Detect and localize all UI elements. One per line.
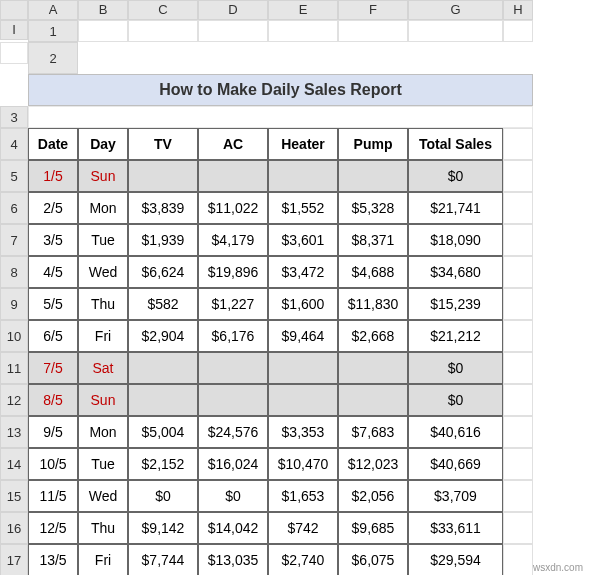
cell-blank[interactable] xyxy=(503,416,533,448)
row-header-9[interactable]: 9 xyxy=(0,288,28,320)
cell-blank[interactable] xyxy=(408,20,503,42)
report-title[interactable]: How to Make Daily Sales Report xyxy=(28,74,533,106)
td-pump[interactable] xyxy=(338,160,408,192)
td-ac[interactable]: $11,022 xyxy=(198,192,268,224)
td-total[interactable]: $21,212 xyxy=(408,320,503,352)
cell-blank[interactable] xyxy=(503,160,533,192)
row-header-11[interactable]: 11 xyxy=(0,352,28,384)
row-header-16[interactable]: 16 xyxy=(0,512,28,544)
td-date[interactable]: 8/5 xyxy=(28,384,78,416)
cell-blank[interactable] xyxy=(503,352,533,384)
td-tv[interactable]: $1,939 xyxy=(128,224,198,256)
td-ac[interactable] xyxy=(198,160,268,192)
th-pump[interactable]: Pump xyxy=(338,128,408,160)
blank-row[interactable] xyxy=(28,106,533,128)
td-total[interactable]: $0 xyxy=(408,352,503,384)
td-total[interactable]: $3,709 xyxy=(408,480,503,512)
td-total[interactable]: $33,611 xyxy=(408,512,503,544)
cell-blank[interactable] xyxy=(268,20,338,42)
row-header-5[interactable]: 5 xyxy=(0,160,28,192)
td-tv[interactable]: $9,142 xyxy=(128,512,198,544)
cell-blank[interactable] xyxy=(503,448,533,480)
cell-blank[interactable] xyxy=(503,224,533,256)
td-pump[interactable]: $8,371 xyxy=(338,224,408,256)
cell-blank[interactable] xyxy=(338,20,408,42)
td-total[interactable]: $18,090 xyxy=(408,224,503,256)
td-date[interactable]: 5/5 xyxy=(28,288,78,320)
th-date[interactable]: Date xyxy=(28,128,78,160)
td-ac[interactable]: $14,042 xyxy=(198,512,268,544)
td-day[interactable]: Tue xyxy=(78,224,128,256)
td-pump[interactable]: $5,328 xyxy=(338,192,408,224)
cell-blank[interactable] xyxy=(0,42,28,64)
td-heater[interactable]: $1,600 xyxy=(268,288,338,320)
td-total[interactable]: $40,616 xyxy=(408,416,503,448)
select-all-corner[interactable] xyxy=(0,0,28,20)
th-ac[interactable]: AC xyxy=(198,128,268,160)
row-header-4[interactable]: 4 xyxy=(0,128,28,160)
td-pump[interactable]: $9,685 xyxy=(338,512,408,544)
td-day[interactable]: Wed xyxy=(78,480,128,512)
td-tv[interactable] xyxy=(128,160,198,192)
row-header-3[interactable]: 3 xyxy=(0,106,28,128)
row-header-2[interactable]: 2 xyxy=(28,42,78,74)
row-header-12[interactable]: 12 xyxy=(0,384,28,416)
td-total[interactable]: $34,680 xyxy=(408,256,503,288)
td-day[interactable]: Sun xyxy=(78,384,128,416)
col-header-F[interactable]: F xyxy=(338,0,408,20)
col-header-D[interactable]: D xyxy=(198,0,268,20)
td-date[interactable]: 12/5 xyxy=(28,512,78,544)
th-day[interactable]: Day xyxy=(78,128,128,160)
col-header-I[interactable]: I xyxy=(0,20,28,40)
td-heater[interactable]: $742 xyxy=(268,512,338,544)
td-heater[interactable]: $3,601 xyxy=(268,224,338,256)
td-day[interactable]: Thu xyxy=(78,512,128,544)
col-header-C[interactable]: C xyxy=(128,0,198,20)
row-header-14[interactable]: 14 xyxy=(0,448,28,480)
td-ac[interactable]: $24,576 xyxy=(198,416,268,448)
td-pump[interactable]: $6,075 xyxy=(338,544,408,575)
row-header-8[interactable]: 8 xyxy=(0,256,28,288)
td-heater[interactable]: $3,353 xyxy=(268,416,338,448)
td-day[interactable]: Thu xyxy=(78,288,128,320)
td-date[interactable]: 7/5 xyxy=(28,352,78,384)
td-tv[interactable]: $3,839 xyxy=(128,192,198,224)
td-day[interactable]: Fri xyxy=(78,320,128,352)
td-tv[interactable]: $6,624 xyxy=(128,256,198,288)
cell-blank[interactable] xyxy=(503,128,533,160)
td-date[interactable]: 10/5 xyxy=(28,448,78,480)
td-pump[interactable]: $2,056 xyxy=(338,480,408,512)
th-heater[interactable]: Heater xyxy=(268,128,338,160)
td-ac[interactable]: $6,176 xyxy=(198,320,268,352)
td-date[interactable]: 3/5 xyxy=(28,224,78,256)
td-pump[interactable]: $7,683 xyxy=(338,416,408,448)
td-date[interactable]: 1/5 xyxy=(28,160,78,192)
col-header-B[interactable]: B xyxy=(78,0,128,20)
td-tv[interactable]: $582 xyxy=(128,288,198,320)
row-header-10[interactable]: 10 xyxy=(0,320,28,352)
th-total[interactable]: Total Sales xyxy=(408,128,503,160)
td-pump[interactable]: $2,668 xyxy=(338,320,408,352)
cell-blank[interactable] xyxy=(503,256,533,288)
td-heater[interactable]: $3,472 xyxy=(268,256,338,288)
td-total[interactable]: $0 xyxy=(408,160,503,192)
td-heater[interactable] xyxy=(268,384,338,416)
row-header-15[interactable]: 15 xyxy=(0,480,28,512)
td-tv[interactable]: $7,744 xyxy=(128,544,198,575)
td-tv[interactable] xyxy=(128,384,198,416)
cell-blank[interactable] xyxy=(78,20,128,42)
td-tv[interactable]: $5,004 xyxy=(128,416,198,448)
td-ac[interactable]: $1,227 xyxy=(198,288,268,320)
cell-blank[interactable] xyxy=(503,480,533,512)
td-heater[interactable]: $1,653 xyxy=(268,480,338,512)
td-total[interactable]: $40,669 xyxy=(408,448,503,480)
td-day[interactable]: Sat xyxy=(78,352,128,384)
td-date[interactable]: 2/5 xyxy=(28,192,78,224)
td-date[interactable]: 4/5 xyxy=(28,256,78,288)
col-header-G[interactable]: G xyxy=(408,0,503,20)
td-pump[interactable]: $12,023 xyxy=(338,448,408,480)
td-total[interactable]: $0 xyxy=(408,384,503,416)
cell-blank[interactable] xyxy=(503,288,533,320)
td-tv[interactable]: $2,152 xyxy=(128,448,198,480)
td-pump[interactable] xyxy=(338,352,408,384)
